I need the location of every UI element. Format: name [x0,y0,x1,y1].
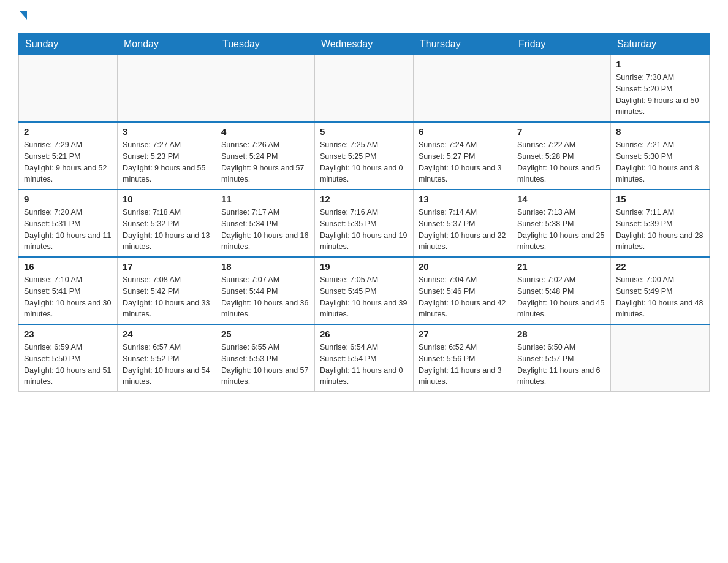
day-info: Sunrise: 6:57 AMSunset: 5:52 PMDaylight:… [123,342,211,388]
day-info: Sunrise: 6:50 AMSunset: 5:57 PMDaylight:… [517,342,605,388]
weekday-header-wednesday: Wednesday [315,34,414,55]
weekday-header-thursday: Thursday [414,34,512,55]
logo-arrow-icon [20,11,27,20]
day-number: 24 [123,329,211,339]
day-info: Sunrise: 7:10 AMSunset: 5:41 PMDaylight:… [24,274,112,320]
calendar-day-cell: 12Sunrise: 7:16 AMSunset: 5:35 PMDayligh… [315,190,414,257]
weekday-header-row: SundayMondayTuesdayWednesdayThursdayFrid… [19,34,710,55]
day-number: 17 [123,261,211,272]
calendar-day-cell: 8Sunrise: 7:21 AMSunset: 5:30 PMDaylight… [611,122,710,190]
calendar-day-cell: 20Sunrise: 7:04 AMSunset: 5:46 PMDayligh… [414,257,512,324]
day-info: Sunrise: 7:13 AMSunset: 5:38 PMDaylight:… [517,207,605,253]
weekday-header-friday: Friday [512,34,611,55]
calendar-day-cell: 2Sunrise: 7:29 AMSunset: 5:21 PMDaylight… [19,122,118,190]
calendar-day-cell: 23Sunrise: 6:59 AMSunset: 5:50 PMDayligh… [19,324,118,392]
calendar-day-cell [414,55,512,123]
day-info: Sunrise: 7:07 AMSunset: 5:44 PMDaylight:… [221,274,309,320]
day-info: Sunrise: 7:02 AMSunset: 5:48 PMDaylight:… [517,274,605,320]
day-info: Sunrise: 7:26 AMSunset: 5:24 PMDaylight:… [221,139,309,185]
calendar-day-cell [216,55,315,123]
calendar-week-row: 16Sunrise: 7:10 AMSunset: 5:41 PMDayligh… [19,257,710,324]
calendar-day-cell: 6Sunrise: 7:24 AMSunset: 5:27 PMDaylight… [414,122,512,190]
calendar-table: SundayMondayTuesdayWednesdayThursdayFrid… [18,33,710,392]
day-info: Sunrise: 7:20 AMSunset: 5:31 PMDaylight:… [24,207,112,253]
day-number: 18 [221,261,309,272]
calendar-week-row: 1Sunrise: 7:30 AMSunset: 5:20 PMDaylight… [19,55,710,123]
calendar-day-cell: 9Sunrise: 7:20 AMSunset: 5:31 PMDaylight… [19,190,118,257]
calendar-day-cell: 7Sunrise: 7:22 AMSunset: 5:28 PMDaylight… [512,122,611,190]
calendar-day-cell: 27Sunrise: 6:52 AMSunset: 5:56 PMDayligh… [414,324,512,392]
day-info: Sunrise: 6:55 AMSunset: 5:53 PMDaylight:… [221,342,309,388]
day-number: 15 [616,194,704,204]
day-number: 12 [320,194,408,204]
calendar-week-row: 2Sunrise: 7:29 AMSunset: 5:21 PMDaylight… [19,122,710,190]
day-info: Sunrise: 7:27 AMSunset: 5:23 PMDaylight:… [123,139,211,185]
calendar-day-cell: 16Sunrise: 7:10 AMSunset: 5:41 PMDayligh… [19,257,118,324]
day-info: Sunrise: 7:22 AMSunset: 5:28 PMDaylight:… [517,139,605,185]
weekday-header-saturday: Saturday [611,34,710,55]
calendar-day-cell: 15Sunrise: 7:11 AMSunset: 5:39 PMDayligh… [611,190,710,257]
day-number: 2 [24,126,112,137]
day-info: Sunrise: 7:04 AMSunset: 5:46 PMDaylight:… [419,274,507,320]
weekday-header-monday: Monday [118,34,216,55]
calendar-day-cell: 1Sunrise: 7:30 AMSunset: 5:20 PMDaylight… [611,55,710,123]
day-number: 28 [517,329,605,339]
calendar-day-cell: 18Sunrise: 7:07 AMSunset: 5:44 PMDayligh… [216,257,315,324]
day-number: 21 [517,261,605,272]
day-number: 22 [616,261,704,272]
day-number: 3 [123,126,211,137]
calendar-day-cell: 13Sunrise: 7:14 AMSunset: 5:37 PMDayligh… [414,190,512,257]
day-info: Sunrise: 7:05 AMSunset: 5:45 PMDaylight:… [320,274,408,320]
day-info: Sunrise: 7:17 AMSunset: 5:34 PMDaylight:… [221,207,309,253]
logo [18,12,27,21]
calendar-day-cell [512,55,611,123]
calendar-day-cell [611,324,710,392]
calendar-day-cell [118,55,216,123]
day-info: Sunrise: 7:24 AMSunset: 5:27 PMDaylight:… [419,139,507,185]
calendar-week-row: 23Sunrise: 6:59 AMSunset: 5:50 PMDayligh… [19,324,710,392]
day-number: 16 [24,261,112,272]
day-number: 20 [419,261,507,272]
calendar-day-cell: 5Sunrise: 7:25 AMSunset: 5:25 PMDaylight… [315,122,414,190]
calendar-day-cell: 17Sunrise: 7:08 AMSunset: 5:42 PMDayligh… [118,257,216,324]
day-number: 7 [517,126,605,137]
calendar-day-cell: 4Sunrise: 7:26 AMSunset: 5:24 PMDaylight… [216,122,315,190]
calendar-day-cell: 14Sunrise: 7:13 AMSunset: 5:38 PMDayligh… [512,190,611,257]
day-info: Sunrise: 6:54 AMSunset: 5:54 PMDaylight:… [320,342,408,388]
calendar-day-cell: 22Sunrise: 7:00 AMSunset: 5:49 PMDayligh… [611,257,710,324]
calendar-week-row: 9Sunrise: 7:20 AMSunset: 5:31 PMDaylight… [19,190,710,257]
calendar-day-cell: 28Sunrise: 6:50 AMSunset: 5:57 PMDayligh… [512,324,611,392]
day-info: Sunrise: 6:52 AMSunset: 5:56 PMDaylight:… [419,342,507,388]
day-info: Sunrise: 7:25 AMSunset: 5:25 PMDaylight:… [320,139,408,185]
day-number: 6 [419,126,507,137]
calendar-day-cell: 21Sunrise: 7:02 AMSunset: 5:48 PMDayligh… [512,257,611,324]
day-info: Sunrise: 7:08 AMSunset: 5:42 PMDaylight:… [123,274,211,320]
day-number: 9 [24,194,112,204]
day-number: 10 [123,194,211,204]
calendar-day-cell: 25Sunrise: 6:55 AMSunset: 5:53 PMDayligh… [216,324,315,392]
day-info: Sunrise: 7:11 AMSunset: 5:39 PMDaylight:… [616,207,704,253]
day-number: 19 [320,261,408,272]
calendar-day-cell: 10Sunrise: 7:18 AMSunset: 5:32 PMDayligh… [118,190,216,257]
day-number: 14 [517,194,605,204]
day-number: 25 [221,329,309,339]
calendar-day-cell: 26Sunrise: 6:54 AMSunset: 5:54 PMDayligh… [315,324,414,392]
day-number: 8 [616,126,704,137]
weekday-header-tuesday: Tuesday [216,34,315,55]
day-info: Sunrise: 7:30 AMSunset: 5:20 PMDaylight:… [616,72,704,118]
calendar-day-cell [19,55,118,123]
day-number: 1 [616,59,704,69]
day-number: 23 [24,329,112,339]
day-number: 5 [320,126,408,137]
day-info: Sunrise: 7:18 AMSunset: 5:32 PMDaylight:… [123,207,211,253]
day-info: Sunrise: 7:14 AMSunset: 5:37 PMDaylight:… [419,207,507,253]
calendar-day-cell: 24Sunrise: 6:57 AMSunset: 5:52 PMDayligh… [118,324,216,392]
day-info: Sunrise: 7:21 AMSunset: 5:30 PMDaylight:… [616,139,704,185]
day-info: Sunrise: 6:59 AMSunset: 5:50 PMDaylight:… [24,342,112,388]
day-number: 27 [419,329,507,339]
weekday-header-sunday: Sunday [19,34,118,55]
day-number: 11 [221,194,309,204]
calendar-day-cell [315,55,414,123]
calendar-day-cell: 3Sunrise: 7:27 AMSunset: 5:23 PMDaylight… [118,122,216,190]
calendar-day-cell: 11Sunrise: 7:17 AMSunset: 5:34 PMDayligh… [216,190,315,257]
